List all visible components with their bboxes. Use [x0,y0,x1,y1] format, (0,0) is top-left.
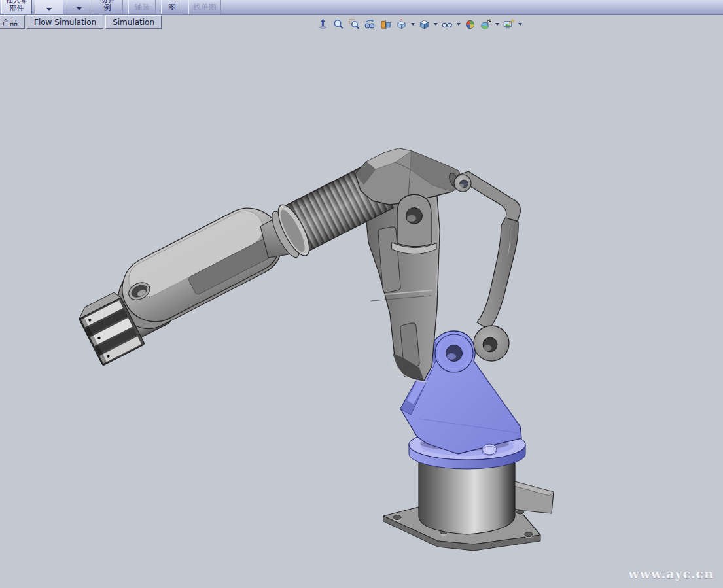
axis-mount-label: 轴装 [134,3,150,11]
tab-product[interactable]: 产品 [0,15,25,29]
zoom-to-area-icon[interactable] [347,18,361,31]
hide-show-items-icon[interactable] [440,18,454,31]
apply-scene-icon[interactable] [479,18,493,31]
watermark: www.ayc.cn [628,566,714,581]
view-orientation-icon[interactable] [395,18,408,31]
edit-appearance-icon[interactable] [463,18,477,31]
previous-view-icon[interactable] [363,18,377,31]
base-gusset-fin[interactable] [512,481,554,513]
command-toolbar: 插入零部件 动算例 轴装 图 线单图 [0,0,723,15]
view-settings-icon[interactable] [502,18,516,31]
zoom-in-out-icon[interactable] [316,18,330,31]
zoom-to-fit-icon[interactable] [332,18,345,31]
tab-simulation[interactable]: Simulation [105,15,162,29]
heads-up-view-toolbar [316,17,523,31]
line-sketch-button[interactable]: 线单图 [188,0,221,14]
view-settings-dropdown[interactable] [518,23,522,26]
view-label: 图 [168,3,176,11]
tab-flow-simulation[interactable]: Flow Simulation [27,15,103,29]
motion-study-label: 动算例 [96,0,118,11]
toolbar-dropdown-button-2[interactable] [67,0,91,14]
shoulder-bracket-lug[interactable] [435,334,473,372]
apply-scene-dropdown[interactable] [495,23,499,26]
insert-components-button[interactable]: 插入零部件 [1,0,32,14]
motion-study-button[interactable]: 动算例 [92,0,123,14]
chevron-down-icon [46,8,52,11]
section-view-icon[interactable] [379,18,393,31]
display-style-icon[interactable] [417,18,431,31]
commandmanager-tabs: 产品 Flow Simulation Simulation [0,15,164,29]
hide-show-items-dropdown[interactable] [457,23,461,26]
view-button[interactable]: 图 [161,0,183,14]
line-sketch-label: 线单图 [193,3,217,11]
chevron-down-icon [77,7,82,10]
axis-mount-button[interactable]: 轴装 [128,0,156,14]
display-style-dropdown[interactable] [434,23,438,26]
view-orientation-dropdown[interactable] [411,23,415,26]
toolbar-dropdown-button-1[interactable] [35,0,63,14]
forearm-housing[interactable] [108,197,292,339]
insert-components-label: 插入零部件 [4,0,30,12]
viewport-3d-model[interactable] [0,0,723,588]
